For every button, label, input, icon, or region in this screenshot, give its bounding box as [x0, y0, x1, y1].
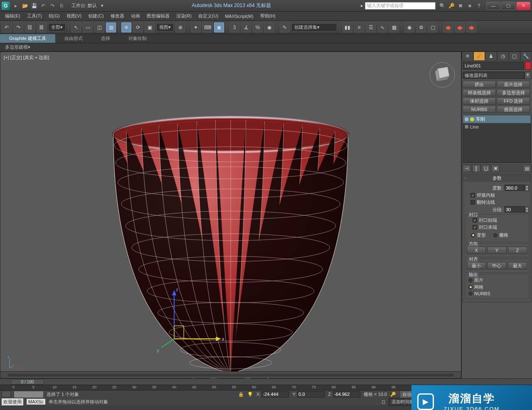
weld-checkbox[interactable]: ✓: [470, 193, 475, 198]
radio-nurbs[interactable]: [468, 291, 473, 296]
tab-utilities-icon[interactable]: 🔧: [520, 52, 532, 61]
radio-patch[interactable]: [468, 278, 473, 282]
exchange-icon[interactable]: ✖: [457, 2, 464, 9]
minimize-button[interactable]: —: [486, 2, 500, 10]
radio-mesh[interactable]: [468, 285, 473, 289]
remove-mod-icon[interactable]: ✖: [491, 165, 500, 172]
close-button[interactable]: ✕: [516, 2, 530, 10]
selection-filter-combo[interactable]: 全部 ▾: [48, 23, 66, 32]
time-slider[interactable]: 0 / 100: [0, 379, 532, 385]
qat-save-icon[interactable]: 💾: [31, 2, 37, 9]
editnamed-icon[interactable]: ✎: [280, 22, 290, 32]
scale-icon[interactable]: ▣: [145, 22, 155, 32]
modifier-stack[interactable]: ⊞车削 ⊞Line: [463, 115, 531, 163]
schematic-icon[interactable]: ▦: [389, 22, 399, 32]
pin-stack-icon[interactable]: ⊣: [463, 165, 471, 172]
snap-toggle-icon[interactable]: ◼: [214, 22, 224, 32]
degrees-spinner[interactable]: ▴▾: [505, 185, 529, 191]
isolate-icon[interactable]: ◻: [382, 399, 385, 405]
bulb-icon[interactable]: [470, 117, 474, 121]
render-prod-icon[interactable]: 🫖: [443, 22, 453, 32]
redo-icon[interactable]: ↷: [13, 22, 23, 32]
mod-extrude[interactable]: 挤出: [463, 81, 496, 88]
select-name-icon[interactable]: ▭: [83, 22, 93, 32]
key-icon[interactable]: 🔑: [390, 392, 396, 397]
qat-open-icon[interactable]: 📂: [22, 2, 28, 9]
app-icon[interactable]: G: [2, 2, 10, 10]
rotate-icon[interactable]: ⟳: [133, 22, 143, 32]
coord-x-input[interactable]: [261, 391, 289, 398]
search-icon[interactable]: 🔍: [439, 2, 446, 9]
favorite-icon[interactable]: ★: [466, 2, 473, 9]
search-input[interactable]: 键入关键字或短语: [365, 2, 436, 10]
spinner-snap-icon[interactable]: ◉: [264, 22, 274, 32]
segments-spinner[interactable]: ▴▾: [505, 206, 529, 213]
menu-edit[interactable]: 编辑(E): [2, 12, 24, 20]
material-editor-icon[interactable]: ◉: [404, 22, 414, 32]
render-setup-icon[interactable]: ⚙: [416, 22, 426, 32]
pivot-icon[interactable]: ⊕: [175, 22, 185, 32]
viewport[interactable]: [+] [正交] [真实 + 边面]: [0, 52, 461, 378]
qat-redo-icon[interactable]: ↷: [49, 2, 56, 9]
curve-editor-icon[interactable]: ∿: [377, 22, 387, 32]
named-selection-combo[interactable]: 创建选择集 ▾: [291, 23, 337, 32]
make-unique-icon[interactable]: ⋃: [482, 165, 490, 172]
tab-hierarchy-icon[interactable]: ♟: [485, 52, 497, 61]
tab-motion-icon[interactable]: ◷: [497, 52, 509, 61]
angle-snap-icon[interactable]: ∡: [241, 22, 251, 32]
ribbon-subpanel[interactable]: 多边形建模 ▾: [0, 43, 532, 52]
capend-checkbox[interactable]: ✓: [473, 225, 477, 230]
stack-item-line[interactable]: ⊞Line: [463, 123, 531, 130]
infocenter-chevron-icon[interactable]: ▸: [361, 3, 363, 8]
menu-customize[interactable]: 自定义(U): [195, 12, 222, 20]
ribbon-tab-freeform[interactable]: 自由形式: [55, 34, 92, 43]
flip-checkbox[interactable]: [470, 200, 475, 205]
link-icon[interactable]: ⛓: [25, 22, 35, 32]
ribbon-tab-selection[interactable]: 选择: [92, 34, 119, 43]
mod-nurbs[interactable]: NURBS: [463, 106, 496, 113]
align-icon[interactable]: ≡: [354, 22, 364, 32]
mod-volsel[interactable]: 体积选择: [463, 97, 496, 105]
trackbar-icon[interactable]: [2, 391, 11, 398]
workspace-label[interactable]: 工作台: 默认: [71, 2, 97, 9]
dir-z-button[interactable]: Z: [508, 247, 527, 254]
menu-help[interactable]: 帮助(H): [257, 12, 279, 20]
menu-group[interactable]: 组(G): [45, 12, 63, 20]
render-iter-icon[interactable]: 🫖: [455, 22, 465, 32]
menu-maxscript[interactable]: MAXScript(M): [222, 13, 256, 20]
menu-create[interactable]: 创建(C): [85, 12, 107, 20]
lock-icon[interactable]: 🔒: [238, 392, 244, 397]
tab-create-icon[interactable]: ✳: [462, 52, 473, 61]
select-region-icon[interactable]: ◫: [94, 22, 104, 32]
ribbon-tab-objectpaint[interactable]: 对象绘制: [119, 34, 156, 43]
maxscript-badge[interactable]: MAXSc: [27, 399, 45, 405]
dir-y-button[interactable]: Y: [487, 247, 506, 254]
keyboard-shortcut-icon[interactable]: ⌨: [202, 22, 212, 32]
select-manipulate-icon[interactable]: ✦: [191, 22, 201, 32]
ribbon-tab-graphite[interactable]: Graphite 建模工具: [0, 34, 55, 43]
select-icon[interactable]: ↖: [71, 22, 81, 32]
object-name-input[interactable]: [463, 62, 524, 70]
window-crossing-icon[interactable]: ▦: [106, 22, 116, 32]
unlink-icon[interactable]: ⛓̸: [37, 22, 47, 32]
object-color-swatch[interactable]: [525, 62, 531, 70]
menu-views[interactable]: 视图(V): [63, 12, 85, 20]
render-frame-icon[interactable]: ▢: [428, 22, 438, 32]
percent-snap-icon[interactable]: %: [253, 22, 263, 32]
ref-coord-combo[interactable]: 视图 ▾: [156, 23, 174, 32]
qat-undo-icon[interactable]: ↶: [40, 2, 47, 9]
snap-3d-icon[interactable]: 3: [229, 22, 239, 32]
modifier-list-chevron-icon[interactable]: ▾: [525, 72, 531, 79]
radio-morph[interactable]: [471, 233, 475, 237]
menu-modifiers[interactable]: 修改器: [107, 12, 128, 20]
menu-animation[interactable]: 动画: [128, 12, 143, 20]
move-icon[interactable]: ✥: [121, 22, 131, 32]
coord-y-input[interactable]: [297, 391, 325, 398]
mod-ffdsel[interactable]: FFD 选择: [497, 97, 530, 105]
mod-patchsel[interactable]: 面片选择: [497, 81, 530, 88]
viewport-scrollbar[interactable]: [0, 371, 461, 378]
configure-icon[interactable]: ▤: [523, 165, 531, 172]
capstart-checkbox[interactable]: ✓: [473, 218, 477, 222]
lightbulb-icon[interactable]: 💡: [247, 392, 253, 397]
align-max-button[interactable]: 最大: [508, 262, 527, 269]
